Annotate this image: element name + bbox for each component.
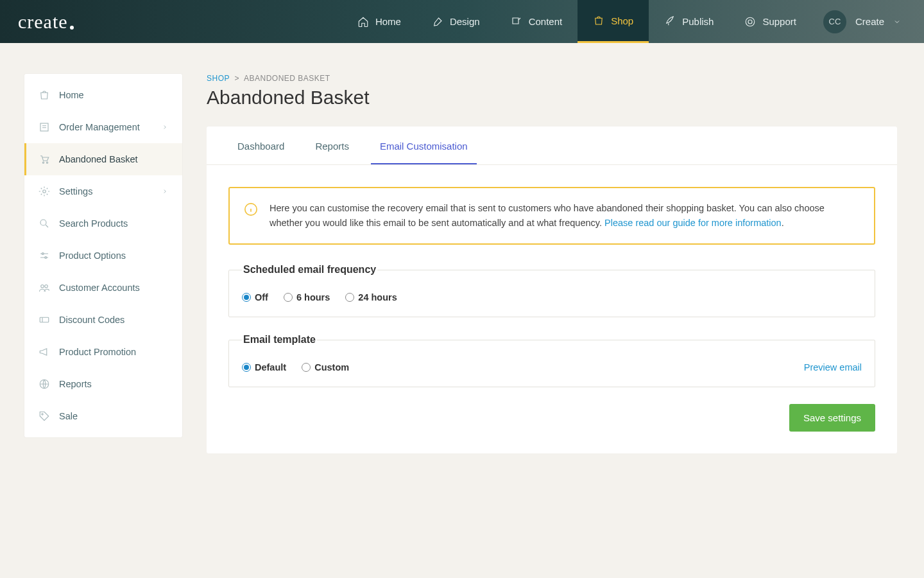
radio-label: 24 hours (358, 292, 397, 302)
cart-icon (38, 153, 50, 165)
sidebar-item-order-management[interactable]: Order Management (24, 111, 182, 143)
nav-design[interactable]: Design (416, 0, 495, 43)
svg-point-13 (42, 414, 43, 415)
template-option-default[interactable]: Default (242, 362, 286, 372)
frequency-radio-6h[interactable] (284, 293, 293, 302)
sidebar-item-product-promotion[interactable]: Product Promotion (24, 336, 182, 368)
user-menu[interactable]: CC Create (823, 10, 901, 33)
nav-home[interactable]: Home (342, 0, 416, 43)
brand-logo: create (18, 11, 74, 33)
breadcrumb-root[interactable]: SHOP (207, 74, 230, 83)
nav-content-label: Content (529, 16, 563, 27)
svg-rect-2 (40, 123, 48, 131)
home-icon (357, 16, 369, 28)
nav-content[interactable]: Content (495, 0, 578, 43)
orders-icon (38, 121, 50, 133)
life-ring-icon (744, 16, 756, 28)
template-radio-custom[interactable] (302, 363, 311, 372)
svg-point-3 (42, 162, 44, 163)
top-nav: create Home Design Content Shop Publish … (0, 0, 924, 43)
sidebar-item-reports[interactable]: Reports (24, 368, 182, 400)
page-title: Abandoned Basket (207, 87, 897, 109)
alert-guide-link[interactable]: Please read our guide for more informati… (604, 218, 782, 228)
brush-icon (432, 16, 443, 28)
radio-label: Off (255, 292, 268, 302)
alert-trail: . (782, 218, 784, 228)
radio-label: 6 hours (296, 292, 330, 302)
tab-label: Dashboard (237, 141, 284, 152)
svg-point-4 (46, 162, 47, 163)
sidebar-item-label: Sale (59, 411, 78, 421)
sidebar: Home Order Management Abandoned Basket S… (24, 74, 182, 437)
frequency-radio-off[interactable] (242, 293, 251, 302)
sidebar-item-label: Customer Accounts (59, 283, 140, 293)
frequency-legend: Scheduled email frequency (242, 264, 377, 276)
sidebar-item-product-options[interactable]: Product Options (24, 240, 182, 272)
sidebar-item-label: Abandoned Basket (59, 154, 138, 164)
tabs: Dashboard Reports Email Customisation (207, 127, 897, 165)
sidebar-item-search-products[interactable]: Search Products (24, 207, 182, 240)
brand-dot-icon (70, 26, 74, 30)
sidebar-item-label: Discount Codes (59, 315, 124, 325)
svg-point-9 (41, 285, 44, 288)
tab-email-customisation[interactable]: Email Customisation (371, 127, 477, 164)
svg-point-6 (40, 220, 46, 225)
chevron-down-icon (893, 18, 901, 26)
tab-label: Email Customisation (380, 141, 468, 152)
svg-point-1 (748, 20, 752, 24)
rocket-icon (664, 16, 676, 28)
sidebar-item-label: Reports (59, 379, 92, 389)
nav-shop[interactable]: Shop (578, 0, 649, 43)
nav-home-label: Home (375, 16, 401, 27)
sidebar-item-home[interactable]: Home (24, 79, 182, 111)
template-radio-default[interactable] (242, 363, 251, 372)
preview-email-link[interactable]: Preview email (804, 362, 862, 372)
breadcrumb-current: ABANDONED BASKET (244, 74, 330, 83)
main-content: SHOP > ABANDONED BASKET Abandoned Basket… (207, 74, 897, 453)
nav-shop-label: Shop (611, 15, 633, 26)
svg-rect-11 (40, 317, 49, 322)
frequency-option-6h[interactable]: 6 hours (284, 292, 330, 302)
breadcrumb-sep: > (234, 74, 239, 83)
frequency-option-24h[interactable]: 24 hours (345, 292, 397, 302)
sidebar-item-label: Home (59, 90, 84, 100)
sidebar-item-label: Search Products (59, 218, 128, 229)
template-fieldset: Email template Default Custom Preview em… (228, 334, 875, 387)
info-icon (244, 202, 258, 216)
svg-point-10 (45, 285, 48, 288)
sidebar-item-sale[interactable]: Sale (24, 400, 182, 432)
bag-icon (593, 15, 604, 26)
chevron-right-icon (162, 188, 168, 195)
tab-dashboard[interactable]: Dashboard (228, 127, 293, 164)
people-icon (38, 282, 50, 293)
sidebar-item-label: Settings (59, 186, 92, 197)
search-icon (38, 218, 50, 229)
sidebar-item-abandoned-basket[interactable]: Abandoned Basket (24, 143, 182, 175)
nav-design-label: Design (450, 16, 480, 27)
frequency-radio-24h[interactable] (345, 293, 354, 302)
globe-icon (38, 378, 50, 390)
tab-label: Reports (315, 141, 349, 152)
megaphone-icon (38, 346, 50, 358)
gear-icon (38, 186, 50, 197)
info-alert: Here you can customise the recovery emai… (228, 187, 875, 245)
sidebar-item-customer-accounts[interactable]: Customer Accounts (24, 272, 182, 304)
nav-support[interactable]: Support (729, 0, 812, 43)
svg-point-5 (43, 190, 46, 193)
tab-reports[interactable]: Reports (306, 127, 358, 164)
nav-publish[interactable]: Publish (649, 0, 729, 43)
save-settings-button[interactable]: Save settings (789, 404, 875, 432)
radio-label: Default (255, 362, 286, 372)
frequency-option-off[interactable]: Off (242, 292, 268, 302)
nav-publish-label: Publish (682, 16, 714, 27)
sidebar-item-label: Product Options (59, 250, 126, 261)
nav-support-label: Support (762, 16, 796, 27)
sidebar-item-discount-codes[interactable]: Discount Codes (24, 304, 182, 336)
template-option-custom[interactable]: Custom (302, 362, 349, 372)
content-card: Dashboard Reports Email Customisation He… (207, 127, 897, 453)
sidebar-item-label: Order Management (59, 122, 140, 132)
alert-text: Here you can customise the recovery emai… (270, 201, 860, 231)
ticket-icon (38, 314, 50, 326)
sidebar-item-settings[interactable]: Settings (24, 175, 182, 207)
avatar-initials: CC (829, 17, 841, 26)
